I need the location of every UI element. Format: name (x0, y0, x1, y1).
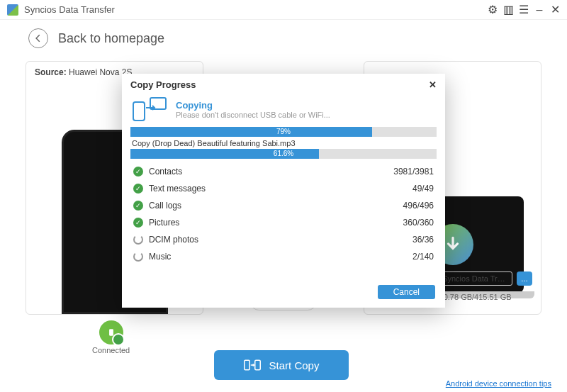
row-name: Contacts (149, 167, 182, 177)
progress-row: Music2/140 (132, 248, 435, 265)
spinner-icon (133, 252, 143, 262)
start-copy-button[interactable]: Start Copy (214, 350, 349, 380)
row-name: Music (149, 252, 171, 262)
svg-rect-0 (109, 329, 113, 335)
source-prefix: Source: (35, 67, 67, 77)
check-icon: ✓ (133, 201, 143, 211)
back-label: Back to homepage (58, 31, 164, 46)
transfer-icon (244, 358, 261, 372)
progress-row: ✓Contacts3981/3981 (132, 163, 435, 180)
copying-subtext: Please don't disconnect USB cable or WiF… (176, 111, 330, 119)
back-row: Back to homepage (0, 20, 567, 61)
spinner-icon (133, 235, 143, 245)
minimize-icon[interactable]: – (532, 2, 547, 18)
progress-row: ✓Text messages49/49 (132, 180, 435, 197)
row-name: Text messages (149, 184, 206, 194)
cancel-button[interactable]: Cancel (378, 285, 435, 299)
browse-button[interactable]: … (517, 271, 532, 286)
file-progress-bar: 61.6% (130, 149, 437, 159)
current-file-label: Copy (Drop Dead) Beautiful featuring Sab… (122, 137, 445, 149)
source-label: Source: Huawei Nova 2S (35, 67, 132, 77)
check-icon: ✓ (133, 218, 143, 228)
check-icon: ✓ (133, 184, 143, 194)
row-count: 49/49 (412, 184, 434, 194)
svg-rect-1 (244, 360, 249, 370)
progress-table: ✓Contacts3981/3981✓Text messages49/49✓Ca… (122, 159, 445, 265)
copy-progress-dialog: Copy Progress ✕ Copying Please don't dis… (122, 74, 445, 308)
copying-heading: Copying (176, 100, 330, 111)
row-count: 36/36 (412, 235, 434, 245)
connected-label: Connected (92, 346, 130, 354)
copy-header: Copying Please don't disconnect USB cabl… (122, 94, 445, 127)
progress-row: ✓Call logs496/496 (132, 197, 435, 214)
panel1-icon[interactable]: ▥ (500, 2, 516, 18)
dialog-titlebar: Copy Progress ✕ (122, 74, 445, 94)
svg-rect-3 (133, 102, 145, 121)
titlebar: Syncios Data Transfer ⚙ ▥ ☰ – ✕ (0, 0, 567, 20)
usb-connected-icon (99, 320, 123, 345)
progress-row: DCIM photos36/36 (132, 231, 435, 248)
start-copy-label: Start Copy (269, 359, 320, 371)
dialog-title: Copy Progress (130, 79, 196, 90)
copy-transfer-icon (132, 97, 167, 121)
app-logo-icon (7, 4, 18, 16)
file-progress-pct: 61.6% (274, 149, 293, 159)
row-count: 496/496 (403, 201, 434, 211)
close-icon[interactable]: ✕ (547, 2, 563, 18)
panel2-icon[interactable]: ☰ (516, 2, 532, 18)
svg-rect-2 (254, 360, 260, 370)
row-count: 360/360 (403, 218, 434, 228)
connection-status: Connected (92, 320, 130, 354)
app-title: Syncios Data Transfer (24, 4, 485, 15)
gear-icon[interactable]: ⚙ (485, 2, 500, 18)
row-count: 2/140 (412, 252, 434, 262)
arrow-left-icon (33, 33, 43, 43)
row-name: DCIM photos (149, 235, 198, 245)
row-count: 3981/3981 (393, 167, 434, 177)
dialog-close-button[interactable]: ✕ (429, 79, 437, 90)
check-icon: ✓ (133, 167, 143, 177)
overall-progress-pct: 79% (276, 127, 291, 137)
row-name: Call logs (149, 201, 181, 211)
back-button[interactable] (28, 28, 48, 48)
tips-link[interactable]: Android device connection tips (446, 379, 551, 388)
overall-progress-bar: 79% (130, 127, 437, 137)
progress-row: ✓Pictures360/360 (132, 214, 435, 231)
row-name: Pictures (149, 218, 179, 228)
